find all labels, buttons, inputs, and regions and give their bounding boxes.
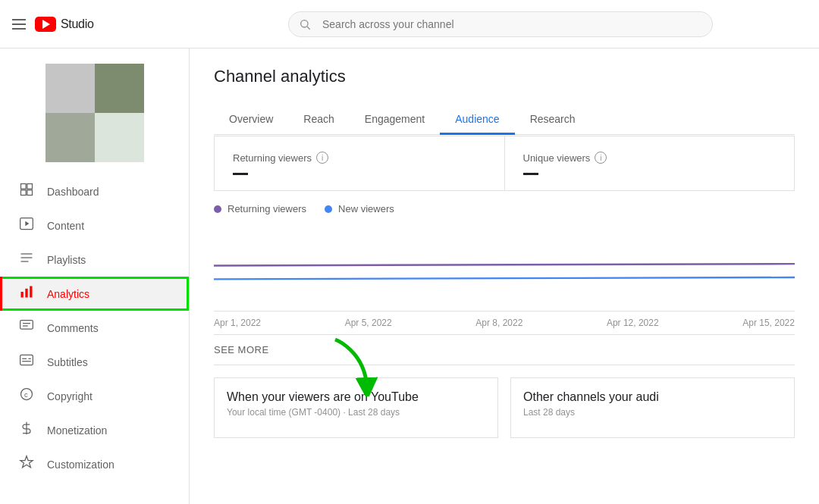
chart-legend: Returning viewers New viewers — [214, 191, 795, 221]
sidebar-monetization-label: Monetization — [47, 424, 107, 437]
comments-icon — [18, 318, 35, 337]
bottom-cards: When your viewers are on YouTube Your lo… — [214, 377, 795, 438]
svg-rect-4 — [21, 190, 27, 196]
logo-text: Studio — [61, 17, 94, 31]
sidebar-analytics-label: Analytics — [47, 288, 89, 300]
sidebar-item-customization[interactable]: Customization — [0, 447, 189, 481]
metrics-row: Returning viewers i Unique viewers i — [214, 136, 795, 191]
chart-svg — [214, 221, 795, 311]
svg-rect-17 — [20, 355, 33, 365]
header: Studio — [0, 0, 819, 49]
metric-returning-viewers: Returning viewers i — [215, 136, 505, 190]
tab-reach[interactable]: Reach — [288, 105, 349, 135]
art-quadrant-4 — [95, 113, 144, 162]
metric-unique-viewers: Unique viewers i — [505, 136, 795, 190]
see-more-button[interactable]: SEE MORE — [214, 335, 795, 365]
subtitles-icon — [18, 352, 35, 371]
green-arrow-icon — [320, 336, 381, 396]
search-icon — [299, 18, 311, 30]
sidebar-item-dashboard[interactable]: Dashboard — [0, 174, 189, 208]
svg-text:c: c — [24, 391, 28, 399]
search-bar — [288, 11, 713, 37]
sidebar-item-analytics[interactable]: Analytics — [0, 277, 189, 311]
dashboard-icon — [18, 182, 35, 201]
sidebar-customization-label: Customization — [47, 459, 115, 471]
metric-unique-label: Unique viewers i — [523, 152, 777, 164]
search-input[interactable] — [288, 11, 713, 37]
art-quadrant-2 — [95, 64, 144, 113]
sidebar-content-label: Content — [47, 220, 84, 232]
channel-art — [0, 49, 189, 174]
returning-info-icon[interactable]: i — [316, 152, 328, 164]
audience-chart — [214, 221, 795, 311]
card-viewers-subtitle: Your local time (GMT -0400) · Last 28 da… — [227, 407, 485, 418]
svg-rect-3 — [27, 184, 33, 189]
main-content: Channel analytics Overview Reach Engagem… — [190, 49, 819, 504]
youtube-icon — [35, 17, 56, 32]
card-other-title: Other channels your audi — [523, 390, 782, 404]
sidebar-copyright-label: Copyright — [47, 390, 93, 402]
tab-engagement[interactable]: Engagement — [350, 105, 440, 135]
analytics-content: Returning viewers i Unique viewers i — [214, 136, 795, 438]
svg-rect-11 — [21, 292, 24, 298]
copyright-icon: c — [18, 387, 35, 405]
header-left: Studio — [12, 17, 194, 32]
page-title: Channel analytics — [214, 67, 795, 86]
svg-rect-14 — [20, 321, 33, 330]
unique-dash — [523, 173, 538, 175]
svg-rect-2 — [21, 184, 27, 189]
sidebar-dashboard-label: Dashboard — [47, 186, 99, 198]
sidebar-item-subtitles[interactable]: Subtitles — [0, 345, 189, 379]
sidebar-item-monetization[interactable]: Monetization — [0, 413, 189, 447]
metric-returning-label: Returning viewers i — [233, 152, 486, 164]
analytics-tabs: Overview Reach Engagement Audience Resea… — [214, 105, 795, 135]
sidebar-playlists-label: Playlists — [47, 254, 86, 266]
channel-thumbnail — [46, 64, 144, 162]
card-other-channels: Other channels your audi Last 28 days — [510, 377, 795, 438]
returning-dash — [233, 173, 248, 175]
legend-dot-new — [325, 205, 332, 213]
date-label-5: Apr 15, 2022 — [742, 318, 795, 328]
unique-info-icon[interactable]: i — [595, 152, 607, 164]
metric-returning-value — [233, 173, 486, 175]
svg-marker-7 — [25, 221, 29, 227]
sidebar: Dashboard Content Playlists — [0, 49, 190, 504]
svg-rect-12 — [25, 289, 27, 298]
date-labels: Apr 1, 2022 Apr 5, 2022 Apr 8, 2022 Apr … — [214, 311, 795, 335]
date-label-1: Apr 1, 2022 — [214, 318, 261, 328]
sidebar-item-copyright[interactable]: c Copyright — [0, 379, 189, 413]
playlists-icon — [18, 250, 35, 269]
art-quadrant-3 — [46, 113, 95, 162]
sidebar-item-playlists[interactable]: Playlists — [0, 243, 189, 277]
content-icon — [18, 216, 35, 235]
sidebar-subtitles-label: Subtitles — [47, 356, 88, 368]
svg-point-0 — [301, 20, 308, 27]
svg-rect-13 — [30, 286, 32, 298]
logo: Studio — [35, 17, 94, 32]
sidebar-comments-label: Comments — [47, 322, 99, 334]
menu-button[interactable] — [12, 19, 26, 30]
art-quadrant-1 — [46, 64, 95, 113]
analytics-icon — [18, 284, 35, 303]
date-label-3: Apr 8, 2022 — [475, 318, 522, 328]
metric-unique-value — [523, 173, 777, 175]
date-label-4: Apr 12, 2022 — [607, 318, 659, 328]
sidebar-item-comments[interactable]: Comments — [0, 311, 189, 345]
card-other-subtitle: Last 28 days — [523, 407, 782, 418]
sidebar-item-content[interactable]: Content — [0, 208, 189, 243]
tab-research[interactable]: Research — [515, 105, 591, 135]
legend-new: New viewers — [325, 203, 394, 214]
tab-audience[interactable]: Audience — [440, 105, 514, 135]
date-label-2: Apr 5, 2022 — [345, 318, 392, 328]
layout: Dashboard Content Playlists — [0, 49, 819, 504]
legend-dot-returning — [214, 205, 221, 213]
legend-returning: Returning viewers — [214, 203, 306, 214]
monetization-icon — [18, 421, 35, 440]
svg-rect-5 — [27, 190, 33, 196]
customization-icon — [18, 455, 35, 474]
svg-line-1 — [307, 27, 310, 30]
tab-overview[interactable]: Overview — [214, 105, 288, 135]
